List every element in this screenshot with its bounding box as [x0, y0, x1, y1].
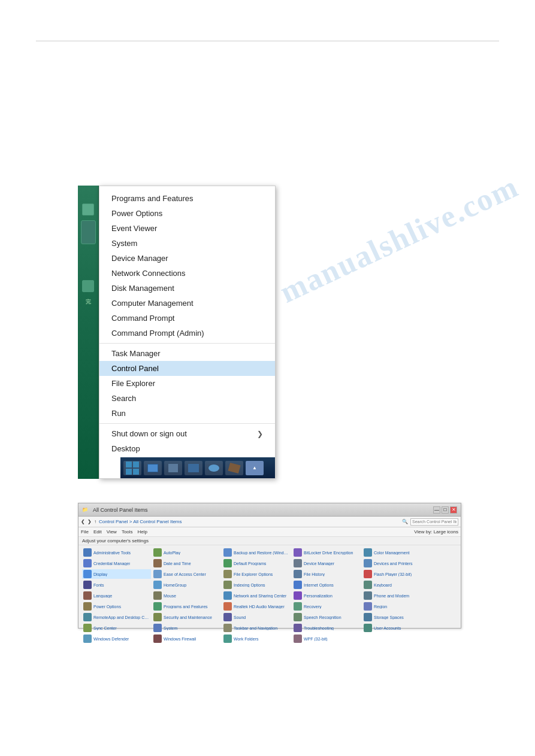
indexing-icon	[223, 581, 232, 589]
menu-view[interactable]: View	[107, 529, 117, 535]
menu-item-task-manager[interactable]: Task Manager	[99, 346, 275, 361]
cp-item-credential[interactable]: Credential Manager	[82, 558, 151, 568]
cp-item-power-opts[interactable]: Power Options	[82, 602, 151, 611]
menu-item-event-viewer[interactable]: Event Viewer	[99, 221, 275, 236]
cp-item-remoteapp[interactable]: RemoteApp and Desktop Connections	[82, 612, 151, 622]
sound-label: Sound	[234, 615, 246, 620]
cp-item-sync[interactable]: Sync Center	[82, 623, 151, 633]
taskbar-item-2[interactable]	[164, 461, 182, 475]
sound-icon	[223, 613, 232, 621]
cp-item-network-sharing[interactable]: Network and Sharing Center	[222, 591, 291, 600]
cp-item-homegroup[interactable]: HomeGroup	[152, 580, 221, 590]
menu-item-desktop[interactable]: Desktop	[99, 441, 275, 456]
cp-item-region[interactable]: Region	[362, 602, 431, 611]
cp-item-device-manager[interactable]: Device Manager	[292, 558, 361, 568]
cp-item-work-folders[interactable]: Work Folders	[222, 634, 291, 643]
cp-item-wpf[interactable]: WPF (32-bit)	[292, 634, 361, 643]
start-button[interactable]	[123, 461, 141, 475]
cp-item-date-time[interactable]: Date and Time	[152, 558, 221, 568]
menu-item-shutdown[interactable]: Shut down or sign out ❯	[99, 426, 275, 441]
cp-item-display[interactable]: Display	[82, 569, 151, 579]
cp-item-recovery[interactable]: Recovery	[292, 602, 361, 611]
cp-item-sound[interactable]: Sound	[222, 612, 291, 622]
menu-item-run[interactable]: Run	[99, 406, 275, 421]
menu-item-system[interactable]: System	[99, 236, 275, 251]
windows-defender-label: Windows Defender	[93, 637, 129, 641]
up-button[interactable]: ↑	[94, 519, 96, 524]
cp-item-ease-access[interactable]: Ease of Access Center	[152, 569, 221, 579]
cp-item-realtek[interactable]: Realtek HD Audio Manager	[222, 602, 291, 611]
menu-item-command-prompt[interactable]: Command Prompt	[99, 311, 275, 326]
internet-opts-icon	[294, 581, 302, 589]
cp-item-devices-printers[interactable]: Devices and Printers	[362, 558, 431, 568]
menu-item-disk-management[interactable]: Disk Management	[99, 281, 275, 296]
cp-item-bitlocker[interactable]: BitLocker Drive Encryption	[292, 548, 361, 557]
cp-item-system[interactable]: System	[152, 623, 221, 633]
menu-item-file-explorer[interactable]: File Explorer	[99, 376, 275, 391]
cp-item-programs-features[interactable]: Programs and Features	[152, 602, 221, 611]
menu-file[interactable]: File	[81, 529, 89, 535]
personalization-label: Personalization	[304, 594, 333, 598]
taskbar-item-1[interactable]	[144, 461, 162, 475]
windows-firewall-icon	[153, 634, 162, 643]
file-history-label: File History	[304, 572, 325, 576]
cp-item-file-explorer-opts[interactable]: File Explorer Options	[222, 569, 291, 579]
cp-item-user-accounts[interactable]: User Accounts	[362, 623, 431, 633]
menu-help[interactable]: Help	[138, 529, 147, 535]
menu-item-computer-management[interactable]: Computer Management	[99, 296, 275, 311]
menu-item-control-panel[interactable]: Control Panel	[99, 361, 275, 376]
cp-search-input[interactable]	[410, 518, 458, 526]
context-menu: Programs and Features Power Options Even…	[99, 186, 276, 479]
taskbar-nav-icon	[223, 624, 232, 632]
system-label: System	[164, 626, 177, 630]
back-button[interactable]: ❮	[81, 519, 85, 524]
cp-item-windows-defender[interactable]: Windows Defender	[82, 634, 151, 643]
date-time-icon	[153, 559, 162, 567]
cp-item-language[interactable]: Language	[82, 591, 151, 600]
cp-item-internet-opts[interactable]: Internet Options	[292, 580, 361, 590]
close-button[interactable]: ✕	[450, 506, 457, 514]
menu-edit[interactable]: Edit	[93, 529, 102, 535]
minimize-button[interactable]: —	[433, 506, 440, 514]
menu-item-command-prompt-admin[interactable]: Command Prompt (Admin)	[99, 326, 275, 341]
bitlocker-icon	[294, 548, 302, 557]
cp-item-fonts[interactable]: Fonts	[82, 580, 151, 590]
cp-item-file-history[interactable]: File History	[292, 569, 361, 579]
forward-button[interactable]: ❯	[87, 519, 92, 524]
cp-item-backup[interactable]: Backup and Restore (Windows 7)	[222, 548, 291, 557]
ease-access-label: Ease of Access Center	[164, 572, 206, 576]
taskbar-item-5[interactable]	[225, 461, 243, 475]
cp-item-autoplay[interactable]: AutoPlay	[152, 548, 221, 557]
cp-item-default-programs[interactable]: Default Programs	[222, 558, 291, 568]
internet-opts-label: Internet Options	[304, 583, 334, 587]
taskbar-item-4[interactable]	[205, 461, 223, 475]
cp-item-troubleshoot[interactable]: Troubleshooting	[292, 623, 361, 633]
menu-item-device-manager[interactable]: Device Manager	[99, 251, 275, 266]
menu-item-power-options[interactable]: Power Options	[99, 206, 275, 221]
cp-item-indexing[interactable]: Indexing Options	[222, 580, 291, 590]
cp-item-flash-player[interactable]: Flash Player (32-bit)	[362, 569, 431, 579]
cp-item-speech[interactable]: Speech Recognition	[292, 612, 361, 622]
cp-item-personalization[interactable]: Personalization	[292, 591, 361, 600]
taskbar-item-6[interactable]: ▲	[246, 461, 264, 475]
cp-item-security[interactable]: Security and Maintenance	[152, 612, 221, 622]
taskbar-item-3[interactable]	[185, 461, 202, 475]
submenu-arrow-icon: ❯	[257, 430, 263, 438]
watermark: manualshlive.com	[274, 168, 524, 309]
menu-item-network-connections[interactable]: Network Connections	[99, 266, 275, 281]
cp-item-admin-tools[interactable]: Administrative Tools	[82, 548, 151, 557]
cp-item-windows-firewall[interactable]: Windows Firewall	[152, 634, 221, 643]
menu-tools[interactable]: Tools	[122, 529, 133, 535]
maximize-button[interactable]: □	[442, 506, 449, 514]
menu-item-search[interactable]: Search	[99, 391, 275, 406]
menu-item-programs-features[interactable]: Programs and Features	[99, 191, 275, 206]
cp-item-taskbar-nav[interactable]: Taskbar and Navigation	[222, 623, 291, 633]
realtek-label: Realtek HD Audio Manager	[234, 605, 285, 609]
cp-item-phone-modem[interactable]: Phone and Modem	[362, 591, 431, 600]
keyboard-icon	[364, 581, 372, 589]
cp-item-keyboard[interactable]: Keyboard	[362, 580, 431, 590]
cp-item-storage-spaces[interactable]: Storage Spaces	[362, 612, 431, 622]
cp-item-mouse[interactable]: Mouse	[152, 591, 221, 600]
cp-item-color-mgmt[interactable]: Color Management	[362, 548, 431, 557]
windows-firewall-label: Windows Firewall	[164, 637, 196, 641]
